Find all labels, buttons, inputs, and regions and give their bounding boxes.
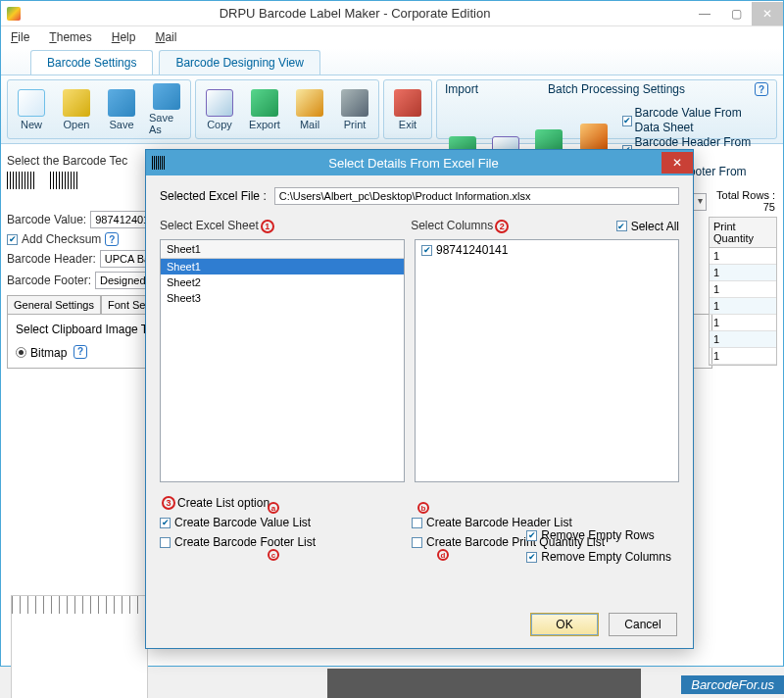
- checkbox-icon: [160, 537, 171, 548]
- close-button[interactable]: ✕: [752, 2, 783, 25]
- selected-file-input[interactable]: [274, 187, 679, 205]
- dialog-close-button[interactable]: ✕: [662, 152, 693, 174]
- print-quantity-header: Print Quantity: [710, 218, 776, 248]
- create-list-label: Create List option: [177, 496, 270, 510]
- annotation-3: 3: [162, 496, 175, 510]
- total-rows-label: Total Rows : 75: [709, 189, 777, 213]
- new-button[interactable]: New: [14, 83, 49, 135]
- remove-empty-cols-checkbox[interactable]: Remove Empty Columns: [526, 550, 671, 564]
- checkbox-icon: [616, 221, 627, 231]
- checkbox-icon: [421, 245, 432, 256]
- window-title: DRPU Barcode Label Maker - Corporate Edi…: [21, 6, 689, 21]
- ribbon-group-edit: Copy Export Mail Print: [195, 79, 379, 139]
- mail-icon: [296, 89, 323, 117]
- list-item[interactable]: Sheet1: [161, 259, 404, 274]
- tab-general-settings[interactable]: General Settings: [7, 295, 101, 314]
- tab-barcode-settings[interactable]: Barcode Settings: [30, 50, 153, 75]
- ribbon-group-file: New Open Save Save As: [7, 79, 191, 139]
- create-header-list-checkbox[interactable]: Create Barcode Header Listb: [412, 516, 679, 529]
- exit-icon: [394, 89, 421, 117]
- table-row[interactable]: 1: [710, 331, 776, 348]
- checkbox-icon[interactable]: [7, 234, 18, 245]
- annotation-1: 1: [261, 220, 274, 233]
- import-label: Import: [445, 82, 478, 96]
- barcode-header-label: Barcode Header:: [7, 252, 96, 266]
- table-row[interactable]: 1: [710, 281, 776, 298]
- open-button[interactable]: Open: [59, 83, 94, 135]
- print-quantity-table: Print Quantity 1 1 1 1 1 1 1: [709, 217, 777, 366]
- exit-button[interactable]: Exit: [390, 83, 425, 135]
- ok-button[interactable]: OK: [530, 613, 599, 636]
- menu-themes[interactable]: Themes: [49, 30, 91, 44]
- barcode-preview-icon-2: [50, 172, 79, 189]
- columns-listbox[interactable]: 98741240141: [415, 239, 679, 482]
- shadow: [327, 669, 641, 698]
- dialog-titlebar: Select Details From Excel File ✕: [146, 150, 693, 175]
- batch-title: Batch Processing Settings: [548, 82, 685, 96]
- create-value-list-checkbox[interactable]: Create Barcode Value Lista: [160, 516, 390, 529]
- main-tabs: Barcode Settings Barcode Designing View: [1, 48, 783, 75]
- remove-empty-rows-checkbox[interactable]: Remove Empty Rows: [526, 528, 671, 542]
- annotation-c: c: [268, 549, 279, 561]
- selected-file-label: Selected Excel File :: [160, 189, 267, 203]
- check-value-sheet[interactable]: Barcode Value From Data Sheet: [622, 106, 768, 135]
- annotation-d: d: [437, 549, 449, 561]
- cancel-button[interactable]: Cancel: [609, 613, 677, 636]
- print-icon: [341, 89, 368, 117]
- ribbon: New Open Save Save As Copy Export Mail P…: [1, 75, 783, 144]
- create-footer-list-checkbox[interactable]: Create Barcode Footer Listc: [160, 535, 390, 549]
- column-item[interactable]: 98741240141: [416, 240, 678, 260]
- select-columns-label: Select Columns: [411, 219, 493, 232]
- list-item[interactable]: Sheet2: [161, 274, 404, 290]
- dialog-title: Select Details From Excel File: [166, 156, 662, 171]
- checksum-help-icon[interactable]: ?: [105, 232, 119, 246]
- mail-button[interactable]: Mail: [292, 83, 327, 135]
- excel-dialog: Select Details From Excel File ✕ Selecte…: [145, 149, 694, 649]
- table-row[interactable]: 1: [710, 298, 776, 315]
- titlebar: DRPU Barcode Label Maker - Corporate Edi…: [1, 1, 783, 26]
- sheets-listbox[interactable]: Sheet1 Sheet1 Sheet2 Sheet3: [160, 239, 405, 482]
- maximize-button[interactable]: ▢: [720, 2, 752, 25]
- radio-bitmap[interactable]: Bitmap: [16, 346, 67, 360]
- tab-barcode-designing[interactable]: Barcode Designing View: [159, 50, 320, 75]
- batch-help-icon[interactable]: ?: [755, 82, 768, 96]
- copy-button[interactable]: Copy: [202, 83, 237, 135]
- checkbox-icon: [622, 116, 632, 126]
- copy-icon: [206, 89, 233, 117]
- table-row[interactable]: 1: [710, 248, 776, 265]
- export-icon: [251, 89, 278, 117]
- watermark: BarcodeFor.us: [681, 675, 784, 694]
- dialog-app-icon: [152, 156, 166, 170]
- barcode-preview-icon: [7, 172, 36, 189]
- add-checksum-label: Add Checksum: [22, 232, 101, 246]
- save-icon: [108, 89, 135, 117]
- minimize-button[interactable]: —: [689, 2, 720, 25]
- export-button[interactable]: Export: [247, 83, 282, 135]
- ribbon-group-batch: Import Batch Processing Settings ? Expor…: [436, 79, 777, 139]
- table-row[interactable]: 1: [710, 315, 776, 331]
- sheets-header: Sheet1: [161, 240, 404, 259]
- saveas-button[interactable]: Save As: [149, 83, 184, 135]
- menu-file[interactable]: File: [11, 30, 29, 44]
- annotation-b: b: [417, 502, 429, 514]
- right-panel: Total Rows : 75 Print Quantity 1 1 1 1 1…: [709, 150, 777, 366]
- checkbox-icon: [526, 552, 537, 563]
- select-tech-label: Select the Barcode Tec: [7, 154, 127, 168]
- menubar: File Themes Help Mail: [1, 26, 783, 48]
- list-item[interactable]: Sheet3: [161, 290, 404, 306]
- table-row[interactable]: 1: [710, 348, 776, 365]
- checkbox-icon: [160, 518, 171, 528]
- bitmap-help-icon[interactable]: ?: [74, 345, 87, 359]
- table-row[interactable]: 1: [710, 265, 776, 281]
- radio-icon: [16, 347, 26, 358]
- checkbox-icon: [412, 537, 422, 548]
- save-button[interactable]: Save: [104, 83, 139, 135]
- menu-help[interactable]: Help: [112, 30, 136, 44]
- ruler-area: [11, 595, 148, 698]
- barcode-value-label: Barcode Value:: [7, 213, 86, 226]
- annotation-a: a: [268, 502, 279, 514]
- checkbox-icon: [526, 530, 537, 541]
- menu-mail[interactable]: Mail: [155, 30, 176, 44]
- select-all-checkbox[interactable]: Select All: [616, 220, 679, 233]
- print-button[interactable]: Print: [337, 83, 372, 135]
